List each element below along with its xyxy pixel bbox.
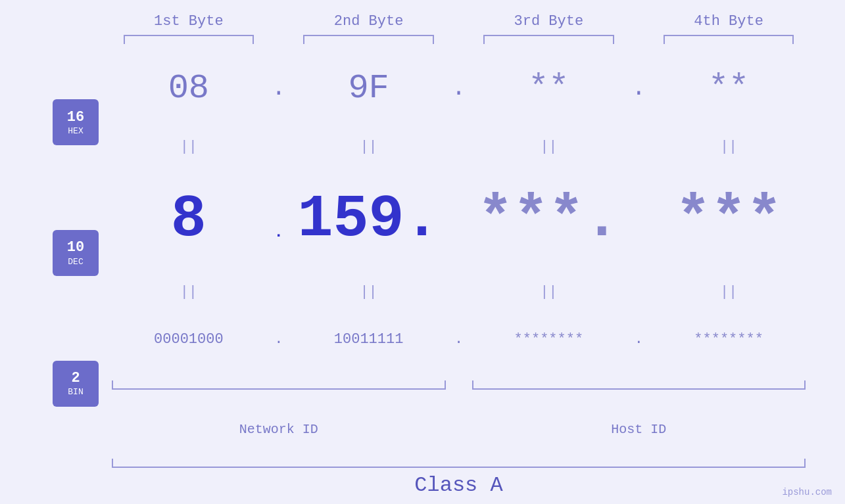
dec-b2-value: 159. [298, 186, 440, 253]
hex-dot1: . [266, 75, 292, 102]
class-bracket [112, 459, 806, 468]
main-page: 1st Byte 2nd Byte 3rd Byte 4th Byte 16 H… [0, 0, 845, 504]
hex-b1-value: 08 [168, 69, 209, 108]
bin-b2-cell: 10011111 [292, 331, 446, 348]
equals-row-1: || || || || [112, 137, 806, 156]
byte4-col: 4th Byte [652, 13, 806, 44]
bin-b1-cell: 00001000 [112, 331, 266, 348]
byte4-bracket [664, 35, 794, 44]
host-id-bracket [472, 380, 806, 390]
byte2-bracket [303, 35, 434, 44]
dec-badge-label: DEC [68, 257, 83, 267]
bin-badge: 2 BIN [53, 361, 99, 407]
hex-badge-num: 16 [67, 109, 84, 126]
eq1: || [112, 139, 266, 155]
dec-dot3 [625, 206, 652, 233]
watermark: ipshu.com [782, 487, 832, 497]
dec-b4-value: *** [675, 186, 782, 253]
eq3: || [472, 139, 626, 155]
dec-b1-cell: 8 [112, 186, 266, 253]
hex-badge-label: HEX [68, 126, 83, 136]
eq4: || [652, 139, 806, 155]
dec-b4-cell: *** [652, 186, 806, 253]
dec-dot2 [446, 206, 472, 233]
bin-b3-cell: ******** [472, 331, 626, 348]
hex-b2-value: 9F [348, 69, 389, 108]
bin-dot2: . [446, 331, 472, 348]
bin-b4-value: ******** [694, 331, 763, 348]
eq6: || [292, 284, 446, 300]
byte3-label: 3rd Byte [514, 13, 584, 30]
hex-b3-value: ** [528, 69, 569, 108]
hex-badge: 16 HEX [53, 99, 99, 145]
hex-row: 08 . 9F . ** . ** [112, 69, 806, 108]
hex-b2-cell: 9F [292, 69, 446, 108]
bin-dot1: . [266, 331, 292, 348]
byte1-col: 1st Byte [112, 13, 266, 44]
byte4-label: 4th Byte [694, 13, 763, 30]
hex-dot3: . [625, 75, 652, 102]
dec-badge-num: 10 [67, 239, 84, 256]
dec-b3-cell: ***. [472, 186, 626, 253]
byte1-label: 1st Byte [154, 13, 224, 30]
hex-b4-value: ** [708, 69, 749, 108]
bin-b3-value: ******** [514, 331, 584, 348]
bin-dot3: . [625, 331, 652, 348]
eq7: || [472, 284, 626, 300]
hex-b4-cell: ** [652, 69, 806, 108]
hex-dot2: . [446, 75, 472, 102]
class-section: Class A [39, 459, 806, 497]
byte2-label: 2nd Byte [334, 13, 404, 30]
bin-b1-value: 00001000 [154, 331, 224, 348]
network-id-label: Network ID [112, 422, 446, 437]
badges-column: 16 HEX 10 DEC 2 BIN [39, 51, 112, 455]
dec-b3-value: ***. [477, 186, 619, 253]
bin-badge-num: 2 [71, 370, 80, 387]
dec-b1-value: 8 [171, 186, 206, 253]
bin-row: 00001000 . 10011111 . ******** . [112, 331, 806, 348]
hex-b1-cell: 08 [112, 69, 266, 108]
byte1-bracket [124, 35, 254, 44]
dec-row: 8 . 159. ***. *** [112, 186, 806, 253]
host-id-label: Host ID [472, 422, 806, 437]
byte2-col: 2nd Byte [292, 13, 446, 44]
byte3-bracket [483, 35, 614, 44]
dec-badge: 10 DEC [53, 230, 99, 276]
network-id-bracket [112, 380, 446, 390]
bin-badge-label: BIN [68, 387, 83, 397]
dec-b2-cell: 159. [292, 186, 446, 253]
hex-b3-cell: ** [472, 69, 626, 108]
equals-row-2: || || || || [112, 283, 806, 302]
dec-dot1: . [266, 197, 292, 241]
eq5: || [112, 284, 266, 300]
bin-b4-cell: ******** [652, 331, 806, 348]
class-label: Class A [112, 473, 806, 497]
eq8: || [652, 284, 806, 300]
bin-b2-value: 10011111 [334, 331, 404, 348]
eq2: || [292, 139, 446, 155]
byte3-col: 3rd Byte [472, 13, 626, 44]
